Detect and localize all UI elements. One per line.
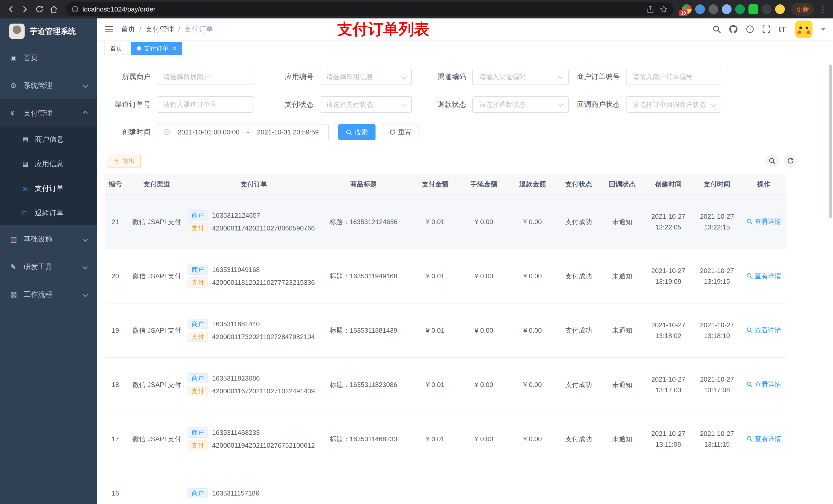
table-row: 17 微信 JSAPI 支付 商户 1635311468233 支付 42000… <box>105 412 786 466</box>
export-button[interactable]: 导出 <box>108 154 141 168</box>
sidebar: 芋道管理系统 ◉ 首页 ⚙ 系统管理 ¥ 支付管理 ▤ 商户信息 ▦ 应用信息 … <box>0 19 97 504</box>
github-icon[interactable] <box>729 25 738 33</box>
filter-select[interactable]: 请输入渠道编码 <box>472 69 569 85</box>
refund-icon: □ <box>23 210 34 217</box>
hamburger-icon[interactable] <box>104 25 114 33</box>
sidebar-menu: ◉ 首页 ⚙ 系统管理 ¥ 支付管理 ▤ 商户信息 ▦ 应用信息 ◎ 支付订单 … <box>0 44 97 308</box>
order-icon: ◎ <box>23 185 34 192</box>
close-icon[interactable]: × <box>173 45 176 52</box>
tool-icon: ✎ <box>10 263 23 271</box>
extension-icon[interactable] <box>762 4 771 14</box>
extension-icon[interactable] <box>709 4 718 14</box>
scrollbar-thumb[interactable] <box>829 65 832 218</box>
search-button[interactable]: 搜索 <box>338 124 376 140</box>
extension-icon[interactable] <box>775 4 785 14</box>
filter-input[interactable]: 请输入渠道订单号 <box>157 96 254 113</box>
url-bar[interactable]: localhost:1024/pay/order <box>66 2 674 16</box>
toggle-search-icon[interactable] <box>765 154 779 167</box>
filter-input[interactable]: 请输入商户订单编号 <box>626 69 721 85</box>
filter-label: 退款状态 <box>427 100 472 110</box>
sidebar-item[interactable]: ▧ 工作流程 <box>0 281 97 308</box>
chevron-icon <box>83 83 88 88</box>
browser-update-button[interactable]: 更新 <box>791 3 814 16</box>
pay-tag: 支付 <box>188 332 208 342</box>
extension-icon[interactable] <box>695 4 705 14</box>
reset-button[interactable]: 重置 <box>382 124 419 140</box>
chevron-down-icon <box>711 102 716 107</box>
home-icon[interactable] <box>47 3 61 16</box>
bookmark-star-icon[interactable] <box>660 5 668 13</box>
extension-icon[interactable] <box>722 4 732 14</box>
sidebar-item[interactable]: ¥ 支付管理 <box>0 99 97 127</box>
filter-rows: 所属商户 请选择所属商户 应用编号 请选择应用信息 渠道编码 请输入渠道编码 商… <box>97 69 833 113</box>
extension-icon[interactable]: 10 <box>682 4 692 14</box>
filter-input[interactable]: 请选择所属商户 <box>157 69 254 85</box>
table-head-row: 编号支付渠道支付订单商品标题支付金额手续金额退款金额支付状态回调状态创建时间支付… <box>105 174 786 195</box>
content-area: 所属商户 请选择所属商户 应用编号 请选择应用信息 渠道编码 请输入渠道编码 商… <box>97 57 833 504</box>
view-detail-link[interactable]: 查看详情 <box>746 271 781 281</box>
date-separator: - <box>247 128 249 136</box>
column-header: 创建时间 <box>644 174 693 195</box>
user-avatar[interactable] <box>795 21 812 38</box>
back-icon[interactable] <box>4 3 18 16</box>
sidebar-item[interactable]: ▤ 商户信息 <box>0 127 97 152</box>
browser-menu-icon[interactable]: ⋮ <box>817 5 829 14</box>
sidebar-item[interactable]: ▦ 应用信息 <box>0 152 97 176</box>
extension-badge: 10 <box>679 10 688 16</box>
page-annotation: 支付订单列表 <box>337 20 429 39</box>
view-detail-link[interactable]: 查看详情 <box>746 380 781 389</box>
extension-icon[interactable] <box>748 4 758 14</box>
breadcrumb-item[interactable]: 首页 <box>121 24 135 34</box>
clock-icon <box>163 129 170 136</box>
view-detail-link[interactable]: 查看详情 <box>746 217 781 226</box>
view-detail-link[interactable]: 查看详情 <box>746 326 781 335</box>
gear-icon: ⚙ <box>10 81 23 90</box>
font-size-icon[interactable]: tT <box>779 25 786 33</box>
table-row: 20 微信 JSAPI 支付 商户 1635311949168 支付 42000… <box>105 249 786 303</box>
table-toolbar: 导出 <box>108 154 797 168</box>
forward-icon[interactable] <box>19 3 32 16</box>
workflow-icon: ▧ <box>10 290 23 299</box>
filter-label: 渠道订单号 <box>108 100 157 110</box>
pay-tag: 支付 <box>188 223 208 233</box>
chevron-down-icon[interactable] <box>821 28 826 31</box>
sidebar-item[interactable]: ◉ 首页 <box>0 44 97 72</box>
table-row: 21 微信 JSAPI 支付 商户 1635312124657 支付 42000… <box>105 195 786 249</box>
sidebar-item[interactable]: ▥ 基础设施 <box>0 225 97 253</box>
tab-pay-order[interactable]: 支付订单 × <box>131 42 182 55</box>
merchant-tag: 商户 <box>188 488 208 498</box>
filter-label: 创建时间 <box>108 127 157 137</box>
sidebar-item[interactable]: ◎ 支付订单 <box>0 176 97 201</box>
column-header: 商品标题 <box>316 174 411 195</box>
filter-select[interactable]: 请选择订单回调商户状态 <box>626 96 721 113</box>
sidebar-item[interactable]: □ 退款订单 <box>0 201 97 225</box>
column-header: 编号 <box>105 174 128 195</box>
pay-tag: 支付 <box>188 278 208 288</box>
table-row: 16 商户 1635311157186 <box>105 466 786 504</box>
tab-active-dot <box>137 46 141 50</box>
filter-select[interactable]: 请选择应用信息 <box>320 69 412 85</box>
refresh-icon[interactable] <box>784 154 797 167</box>
view-detail-link[interactable]: 查看详情 <box>746 434 781 443</box>
reload-icon[interactable] <box>33 3 46 16</box>
filter-select[interactable]: 请选择支付状态 <box>320 96 412 113</box>
search-icon[interactable] <box>713 25 721 33</box>
header-actions: ? tT <box>713 21 833 38</box>
tab-home[interactable]: 首页 <box>104 42 128 55</box>
column-header: 支付渠道 <box>128 174 186 195</box>
fullscreen-icon[interactable] <box>762 25 770 33</box>
help-icon[interactable]: ? <box>746 25 754 33</box>
merchant-tag: 商户 <box>188 373 208 383</box>
filter-select[interactable]: 请选择退款状态 <box>472 96 569 113</box>
sidebar-item[interactable]: ✎ 研发工具 <box>0 253 97 281</box>
chevron-down-icon <box>558 74 563 79</box>
filter-label: 商户订单编号 <box>577 72 626 82</box>
breadcrumb-item[interactable]: 支付管理 <box>145 24 174 34</box>
infra-icon: ▥ <box>10 235 23 243</box>
extension-icon[interactable] <box>735 4 745 14</box>
sidebar-item[interactable]: ⚙ 系统管理 <box>0 72 97 99</box>
date-range-input[interactable]: 2021-10-01 00:00:00 - 2021-10-31 23:59:5… <box>157 124 329 140</box>
site-info-icon[interactable] <box>72 6 78 13</box>
share-icon[interactable] <box>647 5 654 13</box>
merchant-tag: 商户 <box>188 265 208 275</box>
